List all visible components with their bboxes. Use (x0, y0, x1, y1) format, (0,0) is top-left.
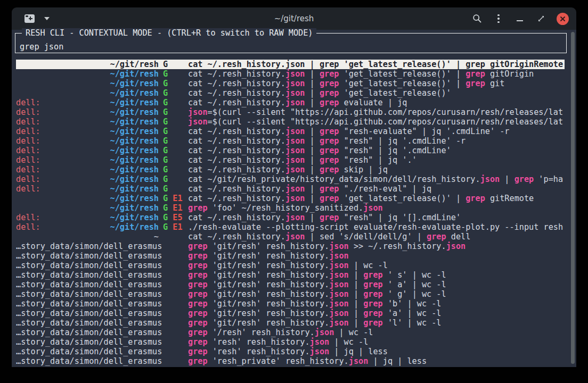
flags-column (163, 356, 184, 366)
host-label: dell: (16, 174, 40, 184)
command-text: grep 'git/resh' resh_history.json (188, 251, 565, 261)
location-column: dell: ~/git/resh (16, 107, 159, 117)
command-text: grep 'git/resh' resh_history.json >> ~/.… (188, 242, 565, 251)
path-label: ~/git/resh (110, 127, 159, 136)
host-label: dell: (16, 213, 40, 222)
history-row[interactable]: ~/git/resh G E1 cat ~/.resh_history.json… (16, 194, 565, 203)
path-label: …story_data/simon/dell_erasmus (16, 270, 162, 280)
history-row[interactable]: dell: ~/git/resh G cat ~/.resh_history.j… (16, 155, 565, 165)
tab-list-button[interactable] (42, 11, 52, 27)
restore-button[interactable] (533, 11, 549, 27)
flags-column: G (163, 69, 184, 79)
titlebar[interactable]: ~/git/resh (12, 7, 576, 30)
history-row[interactable]: …story_data/simon/dell_erasmus grep '/re… (16, 328, 565, 337)
history-row[interactable]: …story_data/simon/dell_erasmus grep 'res… (16, 347, 565, 356)
menu-button[interactable] (491, 11, 507, 27)
history-row[interactable]: …story_data/simon/dell_erasmus grep 'git… (16, 318, 565, 328)
location-column: …story_data/simon/dell_erasmus (16, 289, 159, 299)
flags-column (163, 289, 184, 299)
flags-column (163, 337, 184, 347)
location-column: …story_data/simon/dell_erasmus (16, 347, 159, 356)
command-text: grep 'git/resh' resh_history.json | grep… (188, 299, 565, 309)
history-row[interactable]: dell: ~/git/resh G cat ~/.resh_history.j… (16, 184, 565, 194)
history-row[interactable]: dell: ~/git/resh G cat ~/git/resh_privat… (16, 174, 565, 184)
location-column: dell: ~/git/resh (16, 174, 159, 184)
history-row[interactable]: …story_data/simon/dell_erasmus grep 'git… (16, 289, 565, 299)
flags-column: G E1 (163, 194, 184, 203)
flags-column (163, 318, 184, 328)
flags-column (163, 309, 184, 318)
host-label: dell: (16, 136, 40, 146)
path-label: ~/git/resh (110, 98, 159, 107)
location-column: …story_data/simon/dell_erasmus (16, 280, 159, 289)
history-row[interactable]: …story_data/simon/dell_erasmus grep 'git… (16, 261, 565, 270)
flag-badge: G (163, 60, 168, 69)
location-column: …story_data/simon/dell_erasmus (16, 251, 159, 261)
history-row[interactable]: …story_data/simon/dell_erasmus grep 'git… (16, 242, 565, 251)
scrollbar[interactable] (571, 32, 575, 364)
location-column: dell: ~/git/resh (16, 184, 159, 194)
location-column: ~/git/resh (16, 60, 159, 69)
flag-badge: E1 (173, 222, 182, 232)
flags-column (163, 261, 184, 270)
flag-badge: G (163, 107, 168, 117)
flags-column (163, 251, 184, 261)
history-row[interactable]: dell: ~/git/resh G E5 cat ~/.resh_histor… (16, 213, 565, 222)
location-column: …story_data/simon/dell_erasmus (16, 356, 159, 366)
history-row[interactable]: dell: ~/git/resh G cat ~/.resh_history.j… (16, 98, 565, 107)
location-column: ~/git/resh (16, 69, 159, 79)
history-row[interactable]: ~ cat ~/.resh_history.json | sed 's/dell… (16, 232, 565, 242)
path-label: ~/git/resh (110, 107, 159, 117)
location-column: dell: ~/git/resh (16, 136, 159, 146)
command-text: cat ~/.resh_history.json | grep "./resh-… (188, 184, 565, 194)
history-row[interactable]: dell: ~/git/resh G json=$(curl --silent … (16, 117, 565, 127)
host-label: dell: (16, 127, 40, 136)
search-button[interactable] (469, 11, 485, 27)
host-label: dell: (16, 98, 40, 107)
host-label: dell: (16, 155, 40, 165)
flags-column: G (163, 165, 184, 174)
terminal-window: ~/git/resh (12, 7, 576, 367)
history-row[interactable]: ~/git/resh G cat ~/.resh_history.json | … (16, 88, 565, 98)
history-row[interactable]: dell: ~/git/resh G cat ~/.resh_history.j… (16, 146, 565, 155)
flag-badge: G (163, 184, 168, 194)
history-row[interactable]: …story_data/simon/dell_erasmus grep 'res… (16, 356, 565, 366)
flag-badge: G (163, 88, 168, 98)
history-row[interactable]: ~/git/resh G E1 grep 'foo' ~/resh_histor… (16, 203, 565, 213)
minimize-button[interactable] (512, 11, 528, 27)
location-column: …story_data/simon/dell_erasmus (16, 318, 159, 328)
flag-badge: E5 (173, 213, 182, 222)
history-row[interactable]: dell: ~/git/resh G E1 ./resh-evaluate --… (16, 222, 565, 232)
flags-column: G (163, 60, 184, 69)
path-label: ~/git/resh (110, 69, 159, 79)
location-column: …story_data/simon/dell_erasmus (16, 299, 159, 309)
command-text: cat ~/.resh_history.json | grep 'get_lat… (188, 88, 565, 98)
history-row[interactable]: ~/git/resh G cat ~/.resh_history.json | … (16, 60, 565, 69)
flags-column: G (163, 184, 184, 194)
close-button[interactable] (554, 11, 570, 27)
path-label: …story_data/simon/dell_erasmus (16, 337, 162, 347)
search-query-input[interactable]: grep json (20, 42, 63, 52)
minimize-icon (517, 20, 523, 21)
command-text: cat ~/.resh_history.json | grep "resh" |… (188, 146, 565, 155)
history-row[interactable]: …story_data/simon/dell_erasmus grep 'git… (16, 280, 565, 289)
history-row[interactable]: dell: ~/git/resh G cat ~/.resh_history.j… (16, 127, 565, 136)
history-row[interactable]: …story_data/simon/dell_erasmus grep 'git… (16, 270, 565, 280)
history-row[interactable]: dell: ~/git/resh G json=$(curl --silent … (16, 107, 565, 117)
path-label: ~/git/resh (110, 155, 159, 165)
new-tab-button[interactable] (21, 11, 37, 27)
history-row[interactable]: …story_data/simon/dell_erasmus grep 'res… (16, 337, 565, 347)
path-label: ~/git/resh (110, 136, 159, 146)
history-row[interactable]: …story_data/simon/dell_erasmus grep 'git… (16, 299, 565, 309)
history-row[interactable]: dell: ~/git/resh G cat ~/.resh_history.j… (16, 136, 565, 146)
location-column: dell: ~/git/resh (16, 213, 159, 222)
history-row[interactable]: …story_data/simon/dell_erasmus grep 'git… (16, 309, 565, 318)
flags-column: G (163, 136, 184, 146)
history-row[interactable]: ~/git/resh G cat ~/.resh_history.json | … (16, 79, 565, 88)
flag-badge: G (163, 98, 168, 107)
path-label: ~/git/resh (110, 194, 159, 203)
history-row[interactable]: ~/git/resh G cat ~/.resh_history.json | … (16, 69, 565, 79)
history-row[interactable]: …story_data/simon/dell_erasmus grep 'git… (16, 251, 565, 261)
history-row[interactable]: dell: ~/git/resh G cat ~/.resh_history.j… (16, 165, 565, 174)
flags-column: G (163, 79, 184, 88)
